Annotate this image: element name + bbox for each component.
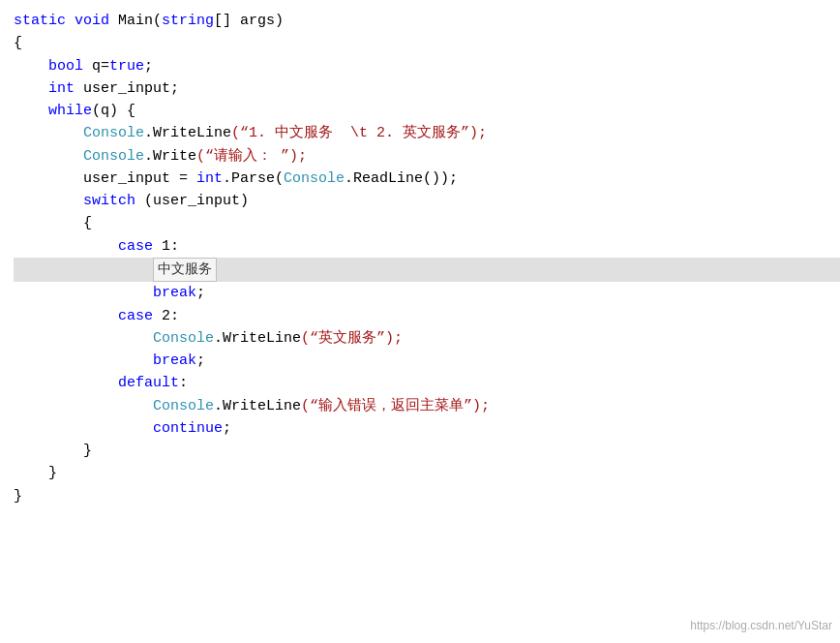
token-kw: void [75,13,118,29]
watermark: https://blog.csdn.net/YuStar [690,617,832,635]
token-plain [14,420,153,437]
token-plain [14,285,153,301]
code-line: 中文服务 [14,258,840,283]
token-plain: ; [196,285,205,301]
code-line: Console.WriteLine(“1. 中文服务 \t 2. 英文服务”); [14,122,840,144]
token-plain: . [144,125,153,141]
code-line: } [14,440,840,462]
token-plain [14,375,118,391]
token-method: WriteLine [153,125,231,141]
code-line: Console.WriteLine(“英文服务”); [14,327,840,350]
token-kw: static [14,13,75,29]
code-line: break; [14,350,840,372]
tooltip-box: 中文服务 [153,258,217,283]
token-plain: ; [144,58,153,75]
token-kw: case [118,238,153,255]
code-line: Console.WriteLine(“输入错误，返回主菜单”); [14,395,840,417]
code-line: Console.Write(“请输入： ”); [14,145,840,168]
code-line: { [14,32,840,54]
token-string: (“英文服务”); [301,330,403,347]
token-plain [14,330,153,347]
token-string: (“请输入： ”); [196,148,307,165]
token-string: (“1. 中文服务 \t 2. 英文服务”); [231,125,487,141]
token-plain: { [14,215,92,231]
code-line: bool q=true; [14,55,840,77]
token-plain: q= [83,58,109,75]
token-plain: (q) { [92,103,135,119]
token-plain [14,125,83,141]
token-plain [14,148,83,165]
token-plain: user_input; [75,80,179,97]
token-plain: . [214,330,223,347]
token-plain: Main( [118,13,162,29]
code-line: { [14,212,840,234]
token-class-name: Console [83,148,144,165]
code-line: static void Main(string[] args) [14,10,840,32]
token-plain: } [14,488,22,505]
token-class-name: Console [284,170,345,187]
token-plain [14,238,118,255]
token-kw: switch [83,193,135,209]
token-plain [14,58,48,75]
code-line: while(q) { [14,100,840,122]
token-plain [14,103,48,119]
code-block: static void Main(string[] args){ bool q=… [14,10,840,507]
token-plain: . [214,398,223,414]
token-method: WriteLine [223,398,301,414]
code-line: case 2: [14,305,840,327]
token-plain: .ReadLine()); [345,170,458,187]
token-plain: ; [196,352,205,369]
token-plain: 2: [153,308,179,324]
token-kw: int [196,170,223,187]
token-plain: } [14,443,92,459]
token-plain: 1: [153,238,179,255]
token-kw: while [48,103,92,119]
token-plain: : [179,375,188,391]
token-kw: default [118,375,179,391]
token-kw: break [153,285,196,301]
token-kw: case [118,308,153,324]
code-line: int user_input; [14,77,840,100]
token-plain [14,308,118,324]
token-kw: continue [153,420,223,437]
code-line: switch (user_input) [14,190,840,212]
token-plain [14,261,153,278]
token-plain: user_input = [14,170,196,187]
token-plain [14,398,153,414]
code-line: } [14,485,840,507]
token-plain [14,352,153,369]
token-plain: [] args) [214,13,284,29]
token-kw: bool [48,58,83,75]
token-string: (“输入错误，返回主菜单”); [301,398,490,414]
token-class-name: Console [153,330,214,347]
token-method: Write [153,148,196,165]
token-plain [14,80,48,97]
code-line: } [14,462,840,484]
code-line: break; [14,282,840,304]
token-class-name: Console [153,398,214,414]
token-plain: .Parse( [223,170,284,187]
token-method: WriteLine [223,330,301,347]
code-line: continue; [14,417,840,440]
token-plain: (user_input) [135,193,249,209]
token-kw: break [153,352,196,369]
token-plain: { [14,35,22,51]
token-plain: . [144,148,153,165]
token-kw: string [162,13,214,29]
token-plain: ; [223,420,231,437]
code-line: case 1: [14,235,840,258]
token-plain [14,193,83,209]
token-kw: int [48,80,75,97]
token-plain: } [14,465,57,481]
token-kw: true [109,58,144,75]
code-line: default: [14,372,840,394]
token-class-name: Console [83,125,144,141]
code-line: user_input = int.Parse(Console.ReadLine(… [14,168,840,190]
code-container: static void Main(string[] args){ bool q=… [0,0,840,643]
